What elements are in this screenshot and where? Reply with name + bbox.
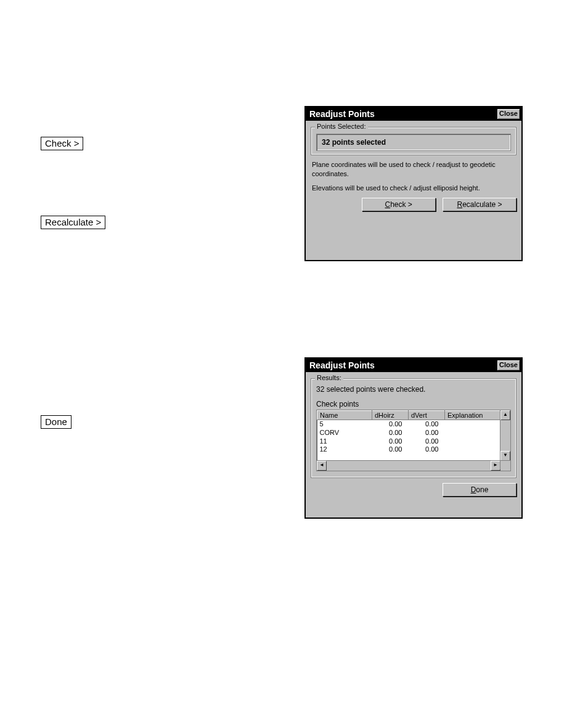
results-group: Results: 32 selected points were checked… [311, 378, 517, 478]
cell-dvert: 0.00 [409, 445, 445, 454]
points-selected-group: Points Selected: 32 points selected [311, 127, 517, 155]
cell-name: 5 [317, 420, 372, 429]
titlebar: Readjust Points Close [306, 107, 521, 121]
check-points-table[interactable]: Name dHoirz dVert Explanation 5 0.00 0.0… [316, 410, 511, 471]
scrollbar-corner [500, 461, 510, 469]
scroll-right-icon[interactable]: ► [491, 461, 500, 471]
check-button[interactable]: Check > [362, 198, 436, 211]
doc-done-button: Done [41, 415, 71, 429]
done-button[interactable]: Done [443, 483, 517, 497]
col-dvert[interactable]: dVert [409, 411, 445, 420]
doc-check-button: Check > [41, 137, 83, 150]
cell-dvert: 0.00 [409, 429, 445, 437]
recalculate-button[interactable]: Recalculate > [443, 198, 517, 211]
cell-dhoirz: 0.00 [372, 445, 409, 454]
dialog-title: Readjust Points [309, 109, 375, 119]
scroll-down-icon[interactable]: ▼ [500, 451, 510, 461]
scroll-up-icon[interactable]: ▲ [500, 410, 510, 420]
vertical-scrollbar[interactable]: ▲ ▼ [500, 410, 510, 461]
col-dhoirz[interactable]: dHoirz [372, 411, 409, 420]
result-summary: 32 selected points were checked. [316, 385, 511, 394]
table-row[interactable]: 5 0.00 0.00 [317, 420, 510, 429]
close-button[interactable]: Close [497, 108, 520, 120]
dialog-title: Readjust Points [309, 360, 375, 370]
close-button[interactable]: Close [497, 360, 520, 371]
horizontal-scrollbar[interactable]: ◄ ► [317, 460, 510, 471]
cell-name: 11 [317, 437, 372, 446]
table-row[interactable]: CORV 0.00 0.00 [317, 429, 510, 437]
cell-name: 12 [317, 445, 372, 454]
selected-count-box: 32 points selected [316, 134, 511, 151]
readjust-points-dialog-1: Readjust Points Close Points Selected: 3… [304, 106, 523, 261]
cell-dhoirz: 0.00 [372, 437, 409, 446]
cell-dvert: 0.00 [409, 420, 445, 429]
titlebar: Readjust Points Close [306, 359, 521, 372]
col-name[interactable]: Name [317, 411, 372, 420]
readjust-points-dialog-2: Readjust Points Close Results: 32 select… [304, 357, 523, 519]
group-legend: Points Selected: [315, 123, 368, 130]
doc-recalculate-button: Recalculate > [41, 216, 105, 229]
cell-name: CORV [317, 429, 372, 437]
cell-dhoirz: 0.00 [372, 429, 409, 437]
scroll-left-icon[interactable]: ◄ [317, 461, 327, 471]
cell-dhoirz: 0.00 [372, 420, 409, 429]
group-legend: Results: [315, 374, 343, 381]
cell-dvert: 0.00 [409, 437, 445, 446]
table-row[interactable]: 12 0.00 0.00 [317, 445, 510, 454]
info-elevations: Elevations will be used to check / adjus… [312, 184, 515, 193]
check-points-label: Check points [316, 400, 511, 408]
info-plane-coords: Plane coordinates will be used to check … [312, 160, 515, 179]
table-row[interactable]: 11 0.00 0.00 [317, 437, 510, 446]
table-header-row: Name dHoirz dVert Explanation [317, 411, 510, 420]
